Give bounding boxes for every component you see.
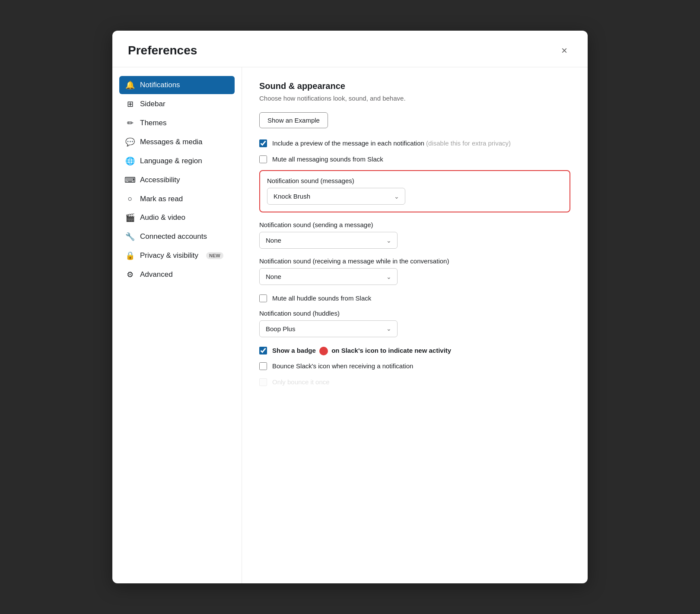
sidebar-item-label-accessibility: Accessibility bbox=[140, 176, 180, 184]
bounce-once-row: Only bounce it once bbox=[259, 377, 570, 387]
notification-sound-huddle-group: Notification sound (huddles) None Knock … bbox=[259, 310, 570, 337]
messages-media-icon: 💬 bbox=[125, 137, 135, 147]
bounce-icon-row: Bounce Slack's icon when receiving a not… bbox=[259, 361, 570, 371]
bounce-icon-checkbox[interactable] bbox=[259, 362, 267, 370]
mute-sounds-label: Mute all messaging sounds from Slack bbox=[272, 155, 383, 165]
language-region-icon: 🌐 bbox=[125, 156, 135, 166]
notification-sound-convo-group: Notification sound (receiving a message … bbox=[259, 257, 570, 285]
sound-huddle-label: Notification sound (huddles) bbox=[259, 310, 570, 317]
sidebar-item-language-region[interactable]: 🌐Language & region bbox=[119, 152, 235, 170]
sidebar-item-label-privacy-visibility: Privacy & visibility bbox=[140, 251, 198, 260]
sound-convo-select[interactable]: None Knock Brush Ding Plink Boop Boop Pl… bbox=[259, 268, 398, 285]
close-button[interactable]: × bbox=[557, 43, 572, 58]
sidebar-item-advanced[interactable]: ⚙Advanced bbox=[119, 266, 235, 284]
sidebar-item-sidebar[interactable]: ⊞Sidebar bbox=[119, 95, 235, 113]
sidebar-item-accessibility[interactable]: ⌨Accessibility bbox=[119, 171, 235, 189]
sidebar-item-messages-media[interactable]: 💬Messages & media bbox=[119, 133, 235, 151]
sound-messages-select-wrapper: None Knock Brush Ding Plink Boop Boop Pl… bbox=[267, 188, 405, 205]
sidebar-item-mark-as-read[interactable]: ○Mark as read bbox=[119, 190, 235, 208]
mute-huddle-label: Mute all huddle sounds from Slack bbox=[272, 294, 371, 304]
notification-sound-sending-group: Notification sound (sending a message) N… bbox=[259, 221, 570, 249]
audio-video-icon: 🎬 bbox=[125, 213, 135, 222]
sound-sending-select-wrapper: None Knock Brush Ding Plink Boop Boop Pl… bbox=[259, 232, 398, 249]
themes-icon: ✏ bbox=[125, 118, 135, 128]
mute-sounds-row: Mute all messaging sounds from Slack bbox=[259, 155, 570, 165]
sound-messages-label: Notification sound (messages) bbox=[267, 177, 563, 184]
content-area: Sound & appearance Choose how notificati… bbox=[242, 67, 588, 583]
notification-sound-messages-group: Notification sound (messages) None Knock… bbox=[259, 170, 570, 212]
advanced-icon: ⚙ bbox=[125, 270, 135, 279]
sound-sending-label: Notification sound (sending a message) bbox=[259, 221, 570, 228]
sidebar-nav: 🔔Notifications⊞Sidebar✏Themes💬Messages &… bbox=[112, 67, 242, 583]
modal-body: 🔔Notifications⊞Sidebar✏Themes💬Messages &… bbox=[112, 67, 588, 583]
sidebar-item-label-language-region: Language & region bbox=[140, 157, 202, 165]
sidebar-item-notifications[interactable]: 🔔Notifications bbox=[119, 76, 235, 94]
modal-header: Preferences × bbox=[112, 31, 588, 67]
mute-huddle-checkbox[interactable] bbox=[259, 294, 267, 302]
include-preview-checkbox[interactable] bbox=[259, 139, 267, 147]
sidebar-item-connected-accounts[interactable]: 🔧Connected accounts bbox=[119, 228, 235, 246]
mark-as-read-icon: ○ bbox=[125, 194, 135, 203]
show-example-button[interactable]: Show an Example bbox=[259, 112, 328, 128]
sidebar-item-label-notifications: Notifications bbox=[140, 81, 180, 89]
sound-convo-select-wrapper: None Knock Brush Ding Plink Boop Boop Pl… bbox=[259, 268, 398, 285]
sound-convo-label: Notification sound (receiving a message … bbox=[259, 257, 570, 265]
accessibility-icon: ⌨ bbox=[125, 175, 135, 185]
sidebar-item-privacy-visibility[interactable]: 🔒Privacy & visibilityNEW bbox=[119, 247, 235, 265]
badge-dot-icon bbox=[319, 347, 328, 355]
mute-sounds-checkbox[interactable] bbox=[259, 155, 267, 163]
include-preview-label: Include a preview of the message in each… bbox=[272, 139, 511, 149]
sound-sending-select[interactable]: None Knock Brush Ding Plink Boop Boop Pl… bbox=[259, 232, 398, 249]
modal-title: Preferences bbox=[128, 44, 197, 57]
sidebar-item-label-sidebar: Sidebar bbox=[140, 100, 165, 108]
mute-huddle-row: Mute all huddle sounds from Slack bbox=[259, 294, 570, 304]
sidebar-item-label-themes: Themes bbox=[140, 119, 166, 127]
bounce-icon-label: Bounce Slack's icon when receiving a not… bbox=[272, 361, 413, 371]
sidebar-item-label-advanced: Advanced bbox=[140, 270, 173, 279]
sound-huddle-select-wrapper: None Knock Brush Ding Plink Boop Boop Pl… bbox=[259, 320, 398, 337]
modal-overlay: Preferences × 🔔Notifications⊞Sidebar✏The… bbox=[0, 0, 700, 614]
sound-messages-select[interactable]: None Knock Brush Ding Plink Boop Boop Pl… bbox=[267, 188, 405, 205]
connected-accounts-icon: 🔧 bbox=[125, 232, 135, 241]
sidebar-item-themes[interactable]: ✏Themes bbox=[119, 114, 235, 132]
show-badge-checkbox[interactable] bbox=[259, 347, 267, 354]
privacy-visibility-icon: 🔒 bbox=[125, 251, 135, 260]
sidebar-item-audio-video[interactable]: 🎬Audio & video bbox=[119, 209, 235, 227]
section-title: Sound & appearance bbox=[259, 81, 570, 91]
include-preview-row: Include a preview of the message in each… bbox=[259, 139, 570, 149]
show-badge-row: Show a badge on Slack's icon to indicate… bbox=[259, 346, 570, 356]
badge-new-privacy-visibility: NEW bbox=[206, 252, 223, 259]
show-badge-label: Show a badge on Slack's icon to indicate… bbox=[272, 346, 451, 356]
sound-huddle-select[interactable]: None Knock Brush Ding Plink Boop Boop Pl… bbox=[259, 320, 398, 337]
sidebar-item-label-audio-video: Audio & video bbox=[140, 213, 185, 222]
sidebar-item-label-mark-as-read: Mark as read bbox=[140, 195, 183, 203]
sidebar-icon: ⊞ bbox=[125, 99, 135, 109]
notifications-icon: 🔔 bbox=[125, 80, 135, 90]
sidebar-item-label-messages-media: Messages & media bbox=[140, 138, 203, 146]
bounce-once-checkbox bbox=[259, 378, 267, 386]
preferences-modal: Preferences × 🔔Notifications⊞Sidebar✏The… bbox=[112, 31, 588, 583]
sidebar-item-label-connected-accounts: Connected accounts bbox=[140, 232, 207, 241]
section-desc: Choose how notifications look, sound, an… bbox=[259, 95, 570, 102]
bounce-once-label: Only bounce it once bbox=[272, 377, 330, 387]
